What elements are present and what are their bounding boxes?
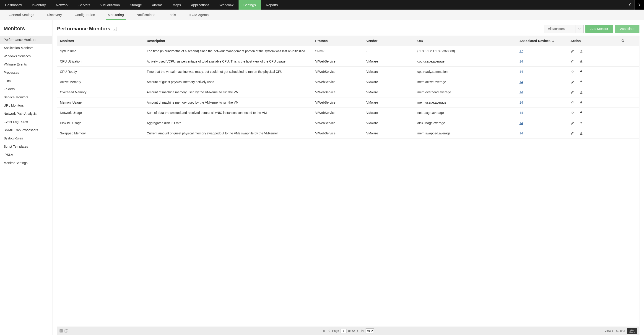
edit-icon[interactable] — [570, 111, 574, 115]
cell-assoc: 14 — [517, 108, 568, 118]
sidebar-item-url-monitors[interactable]: URL Monitors — [0, 101, 52, 110]
export-row-icon[interactable] — [579, 90, 583, 94]
th-vendor[interactable]: Vendor — [364, 36, 414, 46]
edit-icon[interactable] — [570, 90, 574, 94]
sub-nav-discovery[interactable]: Discovery — [40, 10, 68, 20]
edit-icon[interactable] — [570, 60, 574, 63]
alarms-badge[interactable]: 11 Alarms — [627, 328, 637, 334]
top-nav-dashboard[interactable]: Dashboard — [0, 0, 27, 10]
page-input[interactable] — [340, 328, 347, 333]
assoc-link[interactable]: 17 — [520, 49, 523, 53]
export-row-icon[interactable] — [579, 70, 583, 74]
top-nav-storage[interactable]: Storage — [125, 0, 147, 10]
cell-name: Overhead Memory — [57, 87, 144, 97]
assoc-link[interactable]: 14 — [520, 101, 523, 104]
sidebar-item-folders[interactable]: Folders — [0, 85, 52, 93]
assoc-link[interactable]: 14 — [520, 121, 523, 125]
th-associated-devices[interactable]: Associated Devices ◆ — [517, 36, 568, 46]
cell-vendor: VMware — [364, 87, 414, 97]
sidebar-item-syslog-rules[interactable]: Syslog Rules — [0, 134, 52, 142]
assoc-link[interactable]: 14 — [520, 90, 523, 94]
first-page-icon[interactable] — [322, 329, 326, 332]
cell-assoc: 17 — [517, 46, 568, 56]
associate-button[interactable]: Associate — [615, 25, 640, 33]
sidebar-item-snmp-trap-processors[interactable]: SNMP Trap Processors — [0, 126, 52, 134]
assoc-link[interactable]: 14 — [520, 111, 523, 115]
export-row-icon[interactable] — [579, 101, 583, 104]
export-icon[interactable] — [64, 329, 68, 332]
th-oid[interactable]: OID — [414, 36, 517, 46]
sub-nav-general-settings[interactable]: General Settings — [2, 10, 40, 20]
sub-nav-tools[interactable]: Tools — [162, 10, 182, 20]
edit-icon[interactable] — [570, 101, 574, 104]
top-nav-reports[interactable]: Reports — [261, 0, 283, 10]
cell-action — [568, 87, 639, 97]
columns-icon[interactable] — [60, 329, 63, 332]
page-size-select[interactable]: 50 — [366, 328, 374, 333]
top-nav-servers[interactable]: Servers — [74, 0, 95, 10]
sidebar-item-performance-monitors[interactable]: Performance Monitors — [0, 36, 52, 44]
edit-icon[interactable] — [570, 121, 574, 125]
sidebar-item-windows-services[interactable]: Windows Services — [0, 52, 52, 60]
prev-page-icon[interactable] — [328, 329, 331, 332]
export-row-icon[interactable] — [579, 131, 583, 135]
top-nav: DashboardInventoryNetworkServersVirtuali… — [0, 0, 644, 10]
sidebar-item-vmware-events[interactable]: VMware Events — [0, 60, 52, 69]
export-row-icon[interactable] — [579, 80, 583, 84]
sidebar-item-application-monitors[interactable]: Application Monitors — [0, 44, 52, 52]
export-row-icon[interactable] — [579, 111, 583, 115]
top-nav-workflow[interactable]: Workflow — [214, 0, 238, 10]
alarms-count: 11 — [630, 328, 634, 331]
sub-nav-itom-agents[interactable]: ITOM Agents — [182, 10, 215, 20]
assoc-link[interactable]: 14 — [520, 60, 523, 63]
table-row: Network UsageSum of data transmitted and… — [57, 108, 639, 118]
nav-prev-icon[interactable] — [625, 0, 634, 10]
edit-icon[interactable] — [570, 80, 574, 84]
cell-protocol: VIWebService — [312, 67, 364, 77]
nav-next-icon[interactable] — [634, 0, 644, 10]
sub-nav-notifications[interactable]: Notifications — [130, 10, 162, 20]
table-row: Memory UsageAmount of machine memory use… — [57, 97, 639, 108]
view-range-text: View 1 - 50 of 3 — [604, 329, 625, 332]
sidebar-item-service-monitors[interactable]: Service Monitors — [0, 93, 52, 101]
assoc-link[interactable]: 14 — [520, 131, 523, 135]
sub-nav-monitoring[interactable]: Monitoring — [102, 10, 130, 20]
assoc-link[interactable]: 14 — [520, 80, 523, 84]
sidebar-item-network-path-analysis[interactable]: Network Path Analysis — [0, 110, 52, 118]
export-row-icon[interactable] — [579, 49, 583, 53]
filter-dropdown[interactable]: All Monitors — [544, 25, 584, 33]
edit-icon[interactable] — [570, 49, 574, 53]
help-icon[interactable]: ? — [113, 27, 117, 31]
top-nav-alarms[interactable]: Alarms — [147, 0, 168, 10]
last-page-icon[interactable] — [361, 329, 364, 332]
edit-icon[interactable] — [570, 131, 574, 135]
sidebar-title: Monitors — [0, 24, 52, 36]
top-nav-maps[interactable]: Maps — [168, 0, 186, 10]
sidebar-item-files[interactable]: Files — [0, 77, 52, 85]
sidebar-item-event-log-rules[interactable]: Event Log Rules — [0, 118, 52, 126]
edit-icon[interactable] — [570, 70, 574, 74]
sidebar-item-processes[interactable]: Processes — [0, 69, 52, 77]
th-search[interactable] — [619, 36, 639, 46]
top-nav-virtualization[interactable]: Virtualization — [95, 0, 125, 10]
sidebar-item-script-templates[interactable]: Script Templates — [0, 142, 52, 151]
sub-nav-configuration[interactable]: Configuration — [68, 10, 102, 20]
top-nav-network[interactable]: Network — [51, 0, 74, 10]
th-protocol[interactable]: Protocol — [312, 36, 364, 46]
top-nav-inventory[interactable]: Inventory — [27, 0, 51, 10]
cell-protocol: VIWebService — [312, 87, 364, 97]
table-row: Disk I/O UsageAggregated disk I/O rateVI… — [57, 118, 639, 128]
th-description[interactable]: Description — [144, 36, 313, 46]
sidebar: Monitors Performance MonitorsApplication… — [0, 20, 52, 335]
assoc-link[interactable]: 14 — [520, 70, 523, 74]
sidebar-item-monitor-settings[interactable]: Monitor Settings — [0, 159, 52, 167]
export-row-icon[interactable] — [579, 60, 583, 63]
top-nav-settings[interactable]: Settings — [238, 0, 261, 10]
top-nav-applications[interactable]: Applications — [186, 0, 214, 10]
page-label: Page — [332, 329, 339, 332]
export-row-icon[interactable] — [579, 121, 583, 125]
add-monitor-button[interactable]: Add Monitor — [586, 25, 613, 33]
next-page-icon[interactable] — [356, 329, 360, 332]
sidebar-item-ipsla[interactable]: IPSLA — [0, 151, 52, 159]
th-monitors[interactable]: Monitors — [57, 36, 144, 46]
